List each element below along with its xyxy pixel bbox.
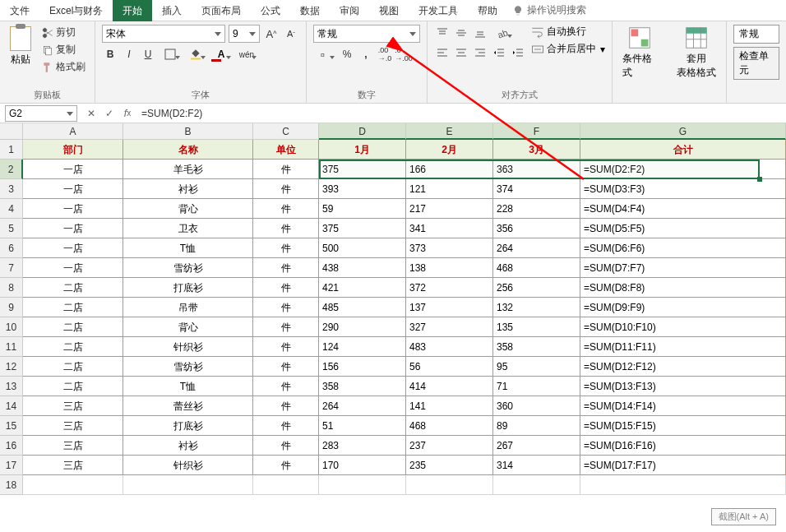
cell-C7[interactable]: 件 xyxy=(253,258,319,278)
cell-G14[interactable]: =SUM(D14:F14) xyxy=(580,396,786,416)
cell-G1[interactable]: 合计 xyxy=(580,140,786,160)
cell-B3[interactable]: 衬衫 xyxy=(123,179,253,199)
menu-home[interactable]: 开始 xyxy=(113,0,152,21)
cell-D1[interactable]: 1月 xyxy=(319,140,406,160)
cell-G5[interactable]: =SUM(D5:F5) xyxy=(580,219,786,238)
col-header-C[interactable]: C xyxy=(253,123,319,140)
cell-C13[interactable]: 件 xyxy=(253,377,319,396)
cell-E7[interactable]: 138 xyxy=(406,258,493,278)
cell-C18[interactable] xyxy=(253,475,319,495)
cell-E15[interactable]: 468 xyxy=(406,416,493,436)
row-header-1[interactable]: 1 xyxy=(0,140,23,160)
cell-A16[interactable]: 三店 xyxy=(23,436,123,456)
select-all-corner[interactable] xyxy=(0,123,23,140)
enter-formula-button[interactable]: ✓ xyxy=(100,105,118,122)
cell-F9[interactable]: 132 xyxy=(493,298,580,317)
cell-D7[interactable]: 438 xyxy=(319,258,406,278)
cell-style-normal[interactable]: 常规 xyxy=(733,25,779,44)
cell-C6[interactable]: 件 xyxy=(253,238,319,258)
italic-button[interactable]: I xyxy=(121,46,137,62)
cell-F18[interactable] xyxy=(493,475,580,495)
cell-E18[interactable] xyxy=(406,475,493,495)
cell-F3[interactable]: 374 xyxy=(493,179,580,199)
cell-A12[interactable]: 二店 xyxy=(23,357,123,377)
wrap-text-button[interactable]: 自动换行 xyxy=(531,25,605,39)
cell-C2[interactable]: 件 xyxy=(253,160,319,179)
cell-G16[interactable]: =SUM(D16:F16) xyxy=(580,436,786,456)
cell-E12[interactable]: 56 xyxy=(406,357,493,377)
cell-F8[interactable]: 256 xyxy=(493,278,580,298)
merge-center-button[interactable]: 合并后居中▾ xyxy=(531,42,605,56)
cell-E3[interactable]: 121 xyxy=(406,179,493,199)
col-header-D[interactable]: D xyxy=(319,123,406,140)
cell-A2[interactable]: 一店 xyxy=(23,160,123,179)
cell-A13[interactable]: 二店 xyxy=(23,377,123,396)
cell-A5[interactable]: 一店 xyxy=(23,219,123,238)
row-header-6[interactable]: 6 xyxy=(0,238,23,258)
cell-D8[interactable]: 421 xyxy=(319,278,406,298)
row-header-2[interactable]: 2 xyxy=(0,160,23,179)
cell-F16[interactable]: 267 xyxy=(493,436,580,456)
cell-D10[interactable]: 290 xyxy=(319,317,406,337)
menu-review[interactable]: 审阅 xyxy=(330,0,369,21)
percent-button[interactable]: % xyxy=(339,46,355,62)
menu-insert[interactable]: 插入 xyxy=(152,0,192,21)
cell-A4[interactable]: 一店 xyxy=(23,199,123,219)
row-header-11[interactable]: 11 xyxy=(0,337,23,357)
col-header-G[interactable]: G xyxy=(580,123,786,140)
decrease-decimal-button[interactable]: .0→.00 xyxy=(395,46,412,62)
align-middle-button[interactable] xyxy=(453,25,469,41)
cell-G17[interactable]: =SUM(D17:F17) xyxy=(580,456,786,475)
menu-addon[interactable]: Excel与财务 xyxy=(39,0,113,21)
cell-F10[interactable]: 135 xyxy=(493,317,580,337)
cell-B17[interactable]: 针织衫 xyxy=(123,456,253,475)
row-header-13[interactable]: 13 xyxy=(0,377,23,396)
cell-B6[interactable]: T恤 xyxy=(123,238,253,258)
cell-E4[interactable]: 217 xyxy=(406,199,493,219)
cell-F7[interactable]: 468 xyxy=(493,258,580,278)
cell-A1[interactable]: 部门 xyxy=(23,140,123,160)
cell-G2[interactable]: =SUM(D2:F2) xyxy=(580,160,786,179)
row-header-12[interactable]: 12 xyxy=(0,357,23,377)
cell-F17[interactable]: 314 xyxy=(493,456,580,475)
font-color-button[interactable]: A xyxy=(210,46,233,62)
cell-B12[interactable]: 雪纺衫 xyxy=(123,357,253,377)
cell-E6[interactable]: 373 xyxy=(406,238,493,258)
format-painter-button[interactable]: 格式刷 xyxy=(39,59,88,75)
cell-A10[interactable]: 二店 xyxy=(23,317,123,337)
cell-D14[interactable]: 264 xyxy=(319,396,406,416)
cell-E10[interactable]: 327 xyxy=(406,317,493,337)
fill-color-button[interactable] xyxy=(184,46,207,62)
cell-F5[interactable]: 356 xyxy=(493,219,580,238)
cell-A3[interactable]: 一店 xyxy=(23,179,123,199)
cell-G6[interactable]: =SUM(D6:F6) xyxy=(580,238,786,258)
cell-F13[interactable]: 71 xyxy=(493,377,580,396)
cell-G12[interactable]: =SUM(D12:F12) xyxy=(580,357,786,377)
cell-C3[interactable]: 件 xyxy=(253,179,319,199)
cell-B9[interactable]: 吊带 xyxy=(123,298,253,317)
row-header-10[interactable]: 10 xyxy=(0,317,23,337)
cell-A9[interactable]: 二店 xyxy=(23,298,123,317)
col-header-E[interactable]: E xyxy=(406,123,493,140)
cell-C5[interactable]: 件 xyxy=(253,219,319,238)
decrease-indent-button[interactable] xyxy=(491,44,507,61)
decrease-font-button[interactable]: Aˇ xyxy=(283,25,299,42)
cell-G3[interactable]: =SUM(D3:F3) xyxy=(580,179,786,199)
cell-D11[interactable]: 124 xyxy=(319,337,406,357)
cell-E14[interactable]: 141 xyxy=(406,396,493,416)
cell-B18[interactable] xyxy=(123,475,253,495)
cell-E9[interactable]: 137 xyxy=(406,298,493,317)
cell-B16[interactable]: 衬衫 xyxy=(123,436,253,456)
cell-G9[interactable]: =SUM(D9:F9) xyxy=(580,298,786,317)
cell-C4[interactable]: 件 xyxy=(253,199,319,219)
border-button[interactable] xyxy=(159,46,182,62)
row-header-3[interactable]: 3 xyxy=(0,179,23,199)
cell-A7[interactable]: 一店 xyxy=(23,258,123,278)
cell-B15[interactable]: 打底衫 xyxy=(123,416,253,436)
cell-E11[interactable]: 483 xyxy=(406,337,493,357)
menu-layout[interactable]: 页面布局 xyxy=(192,0,251,21)
conditional-format-button[interactable]: 条件格式 xyxy=(619,25,660,81)
cell-F14[interactable]: 360 xyxy=(493,396,580,416)
underline-button[interactable]: U xyxy=(140,46,156,62)
cell-C9[interactable]: 件 xyxy=(253,298,319,317)
